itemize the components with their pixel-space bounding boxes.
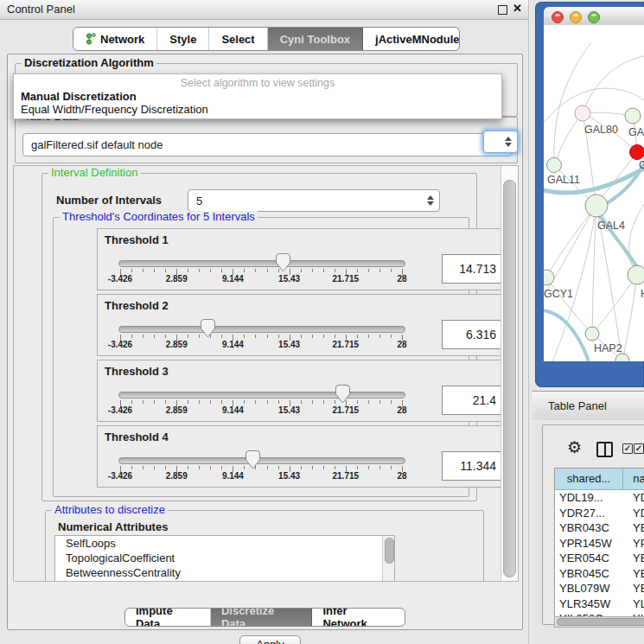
close-traffic-light-icon[interactable] — [552, 11, 564, 23]
checkbox-icon[interactable]: ✓ — [622, 443, 633, 454]
table-header-row: shared...na — [555, 469, 644, 490]
table-row[interactable]: YLR345WYLR3 — [555, 596, 644, 612]
close-icon[interactable]: ✕ — [513, 2, 522, 15]
gear-icon[interactable]: ⚙ — [567, 439, 582, 456]
numerical-attributes-label: Numerical Attributes — [58, 520, 168, 533]
network-node-ga[interactable] — [625, 108, 641, 124]
node-table[interactable]: shared...na YDL19...YDL1YDR27...YDR2YBR0… — [554, 468, 644, 618]
float-window-icon[interactable] — [498, 5, 507, 15]
interval-definition-title: Interval Definition — [48, 167, 140, 179]
table-horizontal-scrollbar-thumb[interactable] — [557, 618, 644, 626]
slider-track[interactable] — [118, 392, 405, 399]
attribute-list-item[interactable]: TopologicalCoefficient — [55, 551, 394, 565]
tab-impute-data[interactable]: Impute Data — [125, 609, 211, 626]
table-row[interactable]: YDR27...YDR2 — [555, 506, 644, 521]
minor-tick — [357, 400, 358, 404]
node-label: GAL4 — [597, 220, 625, 232]
checkbox-icon[interactable]: ✓ — [634, 443, 644, 454]
minor-tick — [143, 269, 143, 272]
tick-label: 9.144 — [222, 471, 244, 481]
list-scrollbar-thumb[interactable] — [385, 538, 394, 564]
threshold-label: Threshold 4 — [105, 430, 169, 443]
network-node[interactable] — [615, 354, 629, 361]
algorithm-option-equal-width[interactable]: Equal Width/Frequency Discretization — [14, 103, 501, 116]
column-header[interactable]: shared... — [555, 469, 623, 489]
network-node-h[interactable] — [628, 265, 644, 284]
network-node-gal4[interactable] — [585, 194, 608, 217]
settings-scrollbar[interactable] — [501, 166, 518, 581]
table-horizontal-scrollbar[interactable] — [554, 616, 644, 628]
network-node-gal80[interactable] — [575, 105, 590, 121]
tab-cyni-toolbox[interactable]: Cyni Toolbox — [268, 28, 363, 50]
tick-label: -3.426 — [108, 405, 132, 415]
slider-handle[interactable] — [201, 319, 215, 338]
threshold-value-field[interactable]: 6.316 — [442, 320, 502, 349]
apply-button[interactable]: Apply — [239, 635, 301, 644]
minor-tick — [210, 269, 211, 272]
slider-handle[interactable] — [245, 450, 260, 469]
algorithm-combo[interactable] — [483, 131, 518, 153]
table-row[interactable]: YBR045CYBR0 — [555, 566, 644, 582]
network-node-hap2[interactable] — [585, 327, 599, 341]
table-row[interactable]: YER054CYER0 — [555, 551, 644, 566]
minor-tick — [312, 400, 313, 404]
network-node-gcy1[interactable] — [544, 270, 554, 285]
columns-icon[interactable] — [596, 442, 613, 457]
slider-track[interactable] — [118, 457, 405, 464]
network-node-c[interactable] — [630, 145, 644, 160]
tab-select[interactable]: Select — [209, 28, 267, 50]
slider-handle[interactable] — [335, 385, 350, 404]
tab-label: Network — [100, 33, 144, 46]
attribute-list-item[interactable]: SelfLoops — [55, 536, 394, 551]
minor-tick — [188, 466, 188, 469]
network-icon — [86, 33, 96, 45]
list-scrollbar[interactable] — [382, 536, 394, 582]
threshold-value-field[interactable]: 11.344 — [442, 451, 502, 481]
table-panel-inner: ⚙ ✓ ✓ shared...na YDL19...YDL1YDR27...YD… — [542, 424, 644, 625]
column-header[interactable]: na — [623, 469, 644, 489]
tab-network[interactable]: Network — [73, 28, 157, 50]
settings-scrollbar-thumb[interactable] — [503, 180, 516, 577]
bottom-tab-bar: Impute DataDiscretize DataInfer Network — [124, 608, 405, 627]
network-node-gal11[interactable] — [547, 158, 562, 173]
network-view[interactable]: GAL80GACGAL11GAL4GCY1HHAP2 — [544, 25, 644, 361]
tick-label: 21.715 — [333, 471, 360, 481]
table-row[interactable]: YDL19...YDL1 — [555, 490, 644, 506]
minor-tick — [199, 400, 200, 404]
slider-track[interactable] — [118, 326, 405, 333]
minor-tick — [143, 400, 143, 404]
threshold-value-field[interactable]: 14.713 — [442, 254, 502, 284]
tab-jactivemnodules[interactable]: jActiveMNodules — [363, 28, 460, 50]
threshold-value-field[interactable]: 21.4 — [442, 386, 502, 415]
tick-label: 9.144 — [222, 405, 244, 415]
tab-style[interactable]: Style — [157, 28, 209, 50]
node-label: GAL80 — [584, 124, 618, 136]
table-cell: YDL1 — [627, 490, 644, 506]
table-data-group: Table Data galFiltered.sif default node — [15, 117, 518, 163]
table-cell: YER0 — [627, 551, 644, 566]
slider-handle[interactable] — [276, 253, 290, 272]
threshold-panel-2: Threshold 2-3.4262.8599.14415.4321.71528… — [97, 294, 507, 356]
cyni-toolbox-panel: Discretization Algorithm Select algorith… — [7, 54, 523, 630]
algorithm-option-manual[interactable]: Manual Discretization — [14, 90, 501, 103]
number-of-intervals-label: Number of Intervals — [56, 194, 162, 207]
number-of-intervals-combo[interactable]: 5 — [188, 189, 440, 212]
table-cell: YPR1 — [627, 536, 644, 552]
zoom-traffic-light-icon[interactable] — [588, 11, 600, 23]
tab-label: Discretize Data — [221, 608, 302, 627]
table-data-combo[interactable]: galFiltered.sif default node — [22, 133, 512, 156]
algorithm-hint: Select algorithm to view settings — [14, 76, 501, 90]
table-row[interactable]: YBL079WYBL0 — [555, 581, 644, 596]
attribute-list-item[interactable]: BetweennessCentrality — [55, 565, 394, 580]
minor-tick — [323, 269, 324, 272]
table-row[interactable]: YPR145WYPR1 — [555, 536, 644, 552]
minimize-traffic-light-icon[interactable] — [570, 11, 582, 23]
numerical-attributes-list[interactable]: SelfLoopsTopologicalCoefficientBetweenne… — [54, 535, 395, 582]
minor-tick — [368, 466, 369, 469]
table-cell: YBR0 — [627, 520, 644, 536]
tab-infer-network[interactable]: Infer Network — [312, 609, 405, 626]
slider-track[interactable] — [118, 260, 405, 267]
table-row[interactable]: YBR043CYBR0 — [555, 520, 644, 536]
tab-discretize-data[interactable]: Discretize Data — [211, 609, 313, 626]
tick-label: -3.426 — [108, 274, 132, 284]
